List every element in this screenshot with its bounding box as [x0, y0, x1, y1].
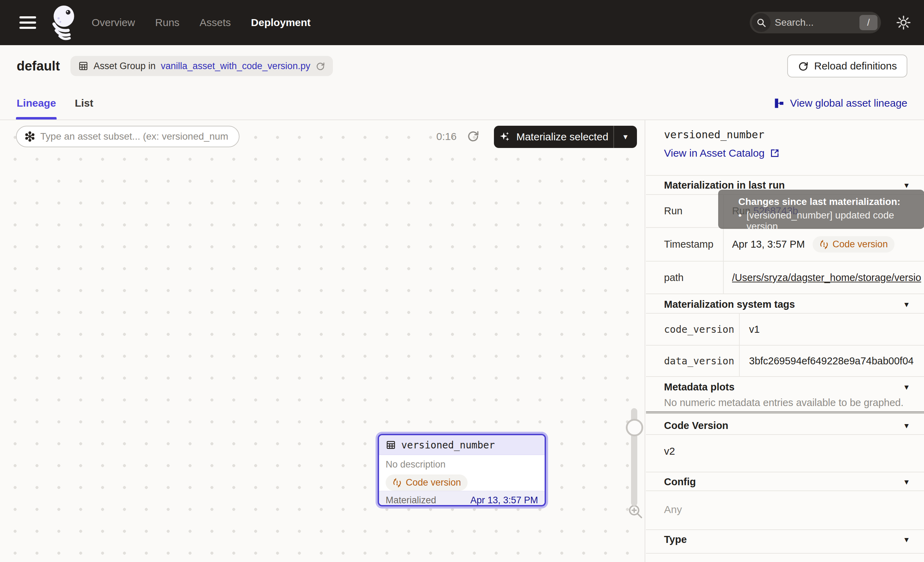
nav-item-overview[interactable]: Overview: [92, 17, 135, 29]
external-link-icon: [770, 148, 780, 158]
asset-node-description: No description: [386, 459, 538, 470]
section-header-label: Code Version: [664, 420, 728, 431]
lineage-canvas[interactable]: 0:16 Materialize selected ▼: [0, 120, 645, 562]
code-version-value: v2: [664, 445, 675, 457]
nav-item-deployment[interactable]: Deployment: [251, 17, 310, 29]
asset-group-grid-icon: [78, 61, 88, 71]
section-metadata-plots[interactable]: Metadata plots ▼: [646, 377, 924, 397]
page-header: default Asset Group in vanilla_asset_wit…: [0, 45, 924, 87]
path-row: path /Users/sryza/dagster_home/storage/v…: [646, 261, 924, 294]
code-version-tag-row: code_version v1: [646, 313, 924, 345]
section-materialization-system-tags[interactable]: Materialization system tags ▼: [646, 295, 924, 314]
primary-nav: Overview Runs Assets Deployment: [92, 17, 310, 29]
refresh-timer: 0:16: [436, 131, 456, 143]
chevron-down-icon: ▼: [903, 301, 910, 309]
global-search[interactable]: /: [750, 12, 881, 33]
section-code-version[interactable]: Code Version ▼: [646, 416, 924, 435]
nav-item-runs[interactable]: Runs: [155, 17, 180, 29]
section-header-label: Metadata plots: [664, 382, 735, 393]
lineage-graph-icon: [774, 98, 784, 108]
tab-list[interactable]: List: [75, 87, 93, 119]
timestamp-value: Apr 13, 3:57 PM: [732, 239, 805, 250]
materialize-selected-label: Materialize selected: [516, 131, 608, 143]
search-shortcut-key: /: [860, 15, 878, 30]
search-input[interactable]: [771, 17, 860, 28]
view-global-lineage-label: View global asset lineage: [790, 97, 908, 109]
code-version-tag-label: code_version: [646, 314, 739, 345]
materialize-selected-button[interactable]: Materialize selected: [494, 126, 614, 148]
bullet: •: [738, 210, 742, 232]
timestamp-row-label: Timestamp: [646, 228, 723, 261]
chevron-down-icon: ▼: [903, 383, 910, 391]
reload-definitions-button[interactable]: Reload definitions: [787, 54, 908, 77]
refresh-icon[interactable]: [466, 129, 480, 143]
asset-node-status-bar: Materialized Apr 13, 3:57 PM: [379, 491, 544, 506]
top-navbar: Overview Runs Assets Deployment /: [0, 0, 924, 45]
search-icon: [752, 13, 771, 32]
asset-graph-icon: [24, 131, 35, 142]
data-version-tag-row: data_version 3bfc269594ef649228e9a74bab0…: [646, 345, 924, 377]
section-header-label: Type: [664, 534, 687, 545]
materialize-selected-split-button: Materialize selected ▼: [494, 126, 637, 148]
code-version-tag-value: v1: [749, 324, 760, 335]
tooltip-title: Changes since last materialization:: [738, 196, 924, 207]
section-config[interactable]: Config ▼: [646, 472, 924, 491]
zoom-slider-handle[interactable]: [626, 419, 643, 436]
asset-subset-filter[interactable]: [16, 126, 240, 147]
panel-asset-name: versioned_number: [664, 129, 764, 141]
view-in-asset-catalog-label: View in Asset Catalog: [664, 147, 765, 159]
nav-item-assets[interactable]: Assets: [200, 17, 231, 29]
asset-group-breadcrumb[interactable]: Asset Group in vanilla_asset_with_code_v…: [70, 56, 333, 76]
config-value: Any: [664, 503, 682, 515]
view-tabs: Lineage List View global asset lineage: [0, 87, 924, 120]
page-title: default: [16, 59, 60, 74]
sparkle-icon: [499, 131, 511, 143]
asset-node-title: versioned_number: [401, 439, 495, 451]
materialize-options-caret[interactable]: ▼: [614, 126, 637, 148]
path-link[interactable]: /Users/sryza/dagster_home/storage/versio: [732, 272, 921, 283]
asset-node-header[interactable]: versioned_number: [379, 435, 544, 455]
chevron-down-icon: ▼: [903, 536, 910, 544]
timestamp-row: Timestamp Apr 13, 3:57 PM Code version: [646, 227, 924, 261]
materialized-timestamp[interactable]: Apr 13, 3:57 PM: [470, 495, 538, 506]
settings-gear-icon[interactable]: [896, 15, 911, 30]
changes-since-materialization-tooltip: Changes since last materialization: • [v…: [718, 190, 924, 229]
reload-definitions-label: Reload definitions: [814, 60, 897, 72]
app-screen: Overview Runs Assets Deployment /: [0, 0, 924, 562]
badge-label: Code version: [833, 239, 888, 250]
dagster-logo-icon[interactable]: [49, 5, 78, 40]
tooltip-item: • [versioned_number] updated code versio…: [738, 210, 924, 232]
path-row-label: path: [646, 261, 723, 293]
asset-detail-panel: versioned_number View in Asset Catalog M…: [646, 120, 924, 562]
tab-lineage[interactable]: Lineage: [16, 87, 56, 119]
asset-subset-input[interactable]: [40, 131, 234, 142]
code-version-changed-badge[interactable]: Code version: [386, 475, 468, 491]
chevron-down-icon: ▼: [903, 181, 910, 190]
materialized-status-label: Materialized: [386, 495, 436, 506]
panel-section-divider: [646, 411, 924, 414]
section-header-label: Materialization system tags: [664, 299, 795, 310]
section-type[interactable]: Type ▼: [646, 530, 924, 549]
chevron-down-icon: ▼: [903, 422, 910, 430]
data-version-tag-label: data_version: [646, 346, 739, 376]
asset-group-file-link[interactable]: vanilla_asset_with_code_version.py: [161, 61, 310, 72]
run-row-label: Run: [646, 195, 723, 227]
asset-group-label: Asset Group in: [94, 61, 156, 72]
timestamp-code-version-badge[interactable]: Code version: [813, 236, 894, 252]
asset-group-refresh-icon[interactable]: [315, 61, 325, 71]
view-in-asset-catalog-link[interactable]: View in Asset Catalog: [664, 147, 780, 159]
code-version-badge-label: Code version: [406, 477, 461, 488]
menu-icon[interactable]: [20, 17, 36, 29]
table-icon: [386, 440, 396, 450]
asset-node-versioned-number[interactable]: versioned_number No description Code ver…: [376, 432, 548, 508]
data-version-tag-value: 3bfc269594ef649228e9a74bab00f04: [749, 355, 914, 367]
metadata-plots-empty-message: No numeric metadata entries available to…: [664, 397, 903, 409]
chevron-down-icon: ▼: [903, 478, 910, 486]
view-global-lineage-link[interactable]: View global asset lineage: [774, 87, 908, 119]
section-header-label: Config: [664, 476, 696, 488]
